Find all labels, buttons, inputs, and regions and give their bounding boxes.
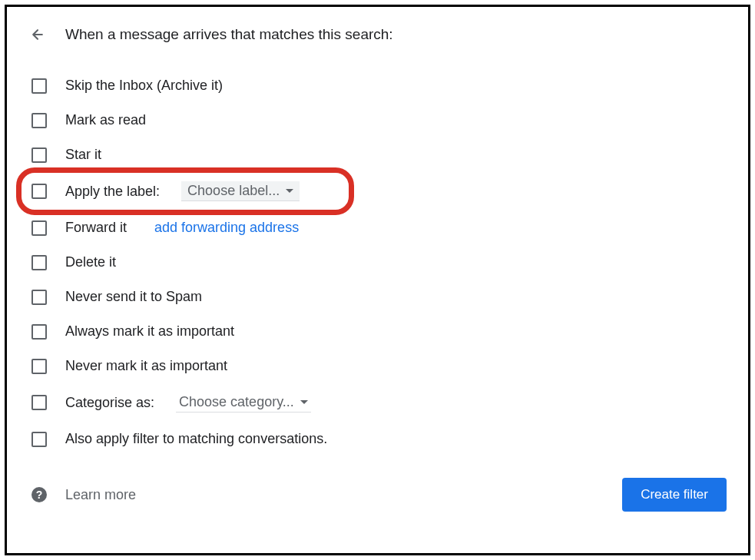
- footer-left: ? Learn more: [28, 487, 136, 503]
- filter-dialog: When a message arrives that matches this…: [5, 5, 750, 555]
- dialog-header: When a message arrives that matches this…: [28, 25, 727, 44]
- checkbox-mark-read[interactable]: [31, 113, 47, 128]
- dropdown-choose-category[interactable]: Choose category...: [176, 393, 311, 413]
- back-arrow-icon[interactable]: [28, 25, 47, 44]
- option-never-spam: Never send it to Spam: [28, 280, 727, 314]
- checkbox-delete-it[interactable]: [31, 255, 47, 270]
- create-filter-button[interactable]: Create filter: [622, 478, 727, 512]
- dialog-footer: ? Learn more Create filter: [28, 478, 727, 512]
- option-star-it: Star it: [28, 138, 727, 172]
- label-skip-inbox: Skip the Inbox (Archive it): [65, 78, 223, 94]
- option-forward-it: Forward it add forwarding address: [28, 210, 727, 245]
- link-add-forwarding[interactable]: add forwarding address: [154, 220, 299, 236]
- checkbox-apply-matching[interactable]: [31, 432, 47, 447]
- label-categorise: Categorise as:: [65, 395, 154, 411]
- checkbox-categorise[interactable]: [31, 395, 47, 410]
- label-delete-it: Delete it: [65, 254, 116, 270]
- option-apply-matching: Also apply filter to matching conversati…: [28, 422, 727, 456]
- option-always-important: Always mark it as important: [28, 314, 727, 349]
- chevron-down-icon: [300, 400, 308, 404]
- dropdown-choose-label[interactable]: Choose label...: [181, 181, 300, 201]
- header-title: When a message arrives that matches this…: [65, 26, 393, 43]
- checkbox-skip-inbox[interactable]: [31, 78, 47, 94]
- label-mark-read: Mark as read: [65, 112, 146, 128]
- dropdown-category-text: Choose category...: [179, 394, 294, 410]
- checkbox-star-it[interactable]: [31, 147, 47, 163]
- label-star-it: Star it: [65, 147, 101, 163]
- label-apply-label: Apply the label:: [65, 184, 160, 200]
- link-learn-more[interactable]: Learn more: [65, 487, 136, 503]
- option-delete-it: Delete it: [28, 245, 727, 280]
- checkbox-never-important[interactable]: [31, 359, 47, 374]
- option-never-important: Never mark it as important: [28, 349, 727, 383]
- option-skip-inbox: Skip the Inbox (Archive it): [28, 68, 727, 103]
- options-list: Skip the Inbox (Archive it) Mark as read…: [28, 68, 727, 456]
- checkbox-apply-label[interactable]: [31, 184, 47, 199]
- label-always-important: Always mark it as important: [65, 323, 234, 340]
- label-never-important: Never mark it as important: [65, 358, 227, 374]
- option-mark-read: Mark as read: [28, 103, 727, 138]
- option-apply-label: Apply the label: Choose label...: [28, 172, 727, 210]
- label-apply-matching: Also apply filter to matching conversati…: [65, 431, 327, 447]
- checkbox-always-important[interactable]: [31, 324, 47, 340]
- option-categorise: Categorise as: Choose category...: [28, 383, 727, 422]
- checkbox-never-spam[interactable]: [31, 290, 47, 305]
- label-forward-it: Forward it: [65, 220, 127, 236]
- dropdown-label-text: Choose label...: [187, 183, 280, 199]
- checkbox-forward-it[interactable]: [31, 220, 47, 236]
- label-never-spam: Never send it to Spam: [65, 289, 202, 305]
- help-icon[interactable]: ?: [31, 487, 47, 502]
- chevron-down-icon: [286, 189, 293, 193]
